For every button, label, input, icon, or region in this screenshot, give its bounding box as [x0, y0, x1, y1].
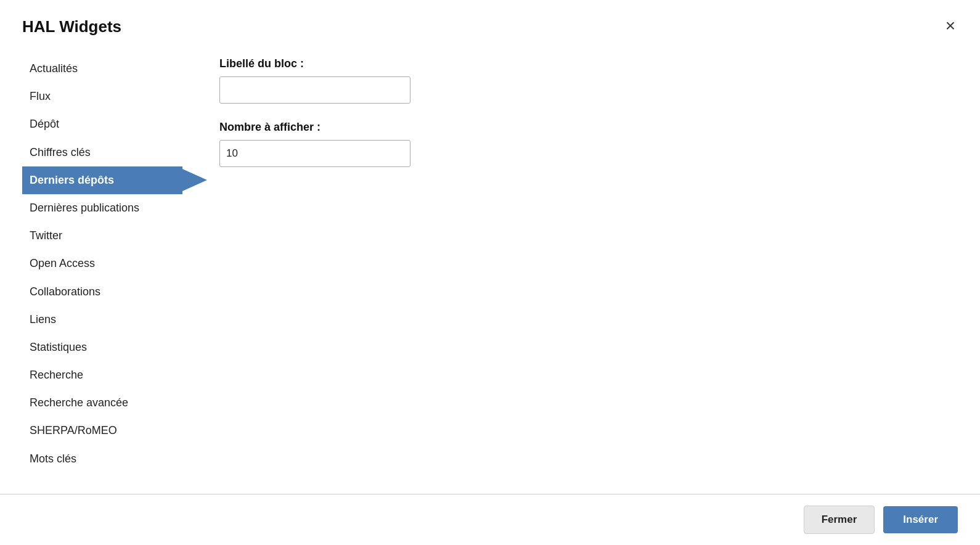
form-panel: Libellé du bloc : Nombre à afficher : [219, 55, 958, 481]
dialog-footer: Fermer Insérer [0, 494, 980, 545]
nombre-input[interactable] [219, 140, 410, 167]
sidebar-item-3[interactable]: Chiffres clés [22, 139, 182, 166]
sidebar-item-14[interactable]: Mots clés [22, 445, 182, 473]
sidebar-item-13[interactable]: SHERPA/RoMEO [22, 417, 182, 445]
libelle-input[interactable] [219, 76, 410, 104]
inserer-button[interactable]: Insérer [883, 506, 958, 533]
sidebar-item-6[interactable]: Twitter [22, 222, 182, 250]
nombre-group: Nombre à afficher : [219, 121, 958, 167]
sidebar-item-0[interactable]: Actualités [22, 55, 182, 83]
dialog-title: HAL Widgets [22, 17, 121, 36]
libelle-group: Libellé du bloc : [219, 57, 958, 104]
sidebar-item-10[interactable]: Statistiques [22, 334, 182, 361]
sidebar-item-1[interactable]: Flux [22, 83, 182, 110]
dialog-header: HAL Widgets × [0, 0, 980, 49]
close-button[interactable]: × [943, 17, 958, 35]
sidebar-item-7[interactable]: Open Access [22, 250, 182, 277]
sidebar-item-9[interactable]: Liens [22, 306, 182, 334]
sidebar-item-11[interactable]: Recherche [22, 361, 182, 389]
hal-widgets-dialog: HAL Widgets × ActualitésFluxDépôtChiffre… [0, 0, 980, 545]
fermer-button[interactable]: Fermer [804, 506, 875, 534]
sidebar-item-4[interactable]: Derniers dépôts [22, 166, 182, 194]
sidebar-item-8[interactable]: Collaborations [22, 278, 182, 306]
sidebar-item-2[interactable]: Dépôt [22, 110, 182, 138]
nombre-label: Nombre à afficher : [219, 121, 958, 134]
dialog-body: ActualitésFluxDépôtChiffres clésDerniers… [0, 49, 980, 494]
sidebar: ActualitésFluxDépôtChiffres clésDerniers… [22, 55, 182, 481]
libelle-label: Libellé du bloc : [219, 57, 958, 70]
sidebar-item-12[interactable]: Recherche avancée [22, 389, 182, 417]
sidebar-item-5[interactable]: Dernières publications [22, 194, 182, 222]
